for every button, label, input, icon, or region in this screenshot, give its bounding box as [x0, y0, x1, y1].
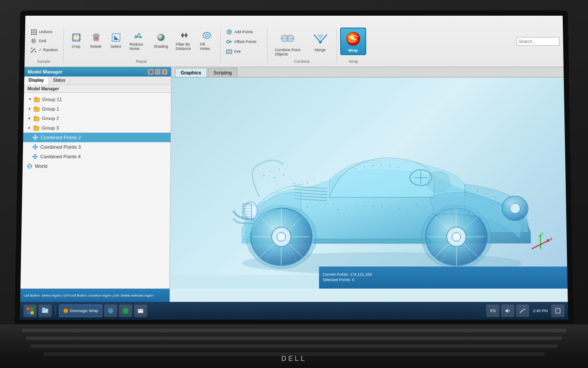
- panel-pin-btn[interactable]: ⊟: [148, 69, 154, 75]
- crop-button[interactable]: Crop: [67, 27, 85, 52]
- wrap-section-label: Wrap: [338, 59, 369, 64]
- taskbar-icon-1[interactable]: [104, 304, 117, 317]
- svg-point-12: [35, 51, 36, 52]
- tree-item-combined3[interactable]: Combined Points 3: [23, 142, 171, 152]
- expand-arrow-group2[interactable]: [27, 116, 32, 121]
- svg-point-152: [294, 210, 295, 211]
- random-label: ✓ Random: [38, 48, 57, 52]
- tree-item-group3[interactable]: Group 3: [23, 123, 170, 133]
- svg-point-68: [34, 154, 36, 156]
- svg-rect-171: [27, 307, 30, 310]
- filter-distance-button[interactable]: Filter By Distance: [173, 27, 196, 52]
- svg-point-132: [338, 209, 339, 210]
- tab-status[interactable]: Status: [49, 77, 70, 85]
- tree-item-world[interactable]: World: [23, 161, 170, 171]
- random-button[interactable]: ✓ Random: [28, 46, 60, 55]
- tree-view[interactable]: Group 11 Group 1: [20, 93, 171, 289]
- left-panel: Model Manager ⊟ □ × Display Status Model…: [20, 67, 172, 289]
- tree-item-combined2[interactable]: Combined Points 2: [23, 133, 171, 142]
- tree-item-group11[interactable]: Group 11: [24, 95, 171, 104]
- crop-icon: [70, 31, 82, 43]
- scripting-tab[interactable]: Scripting: [208, 68, 237, 77]
- screen-bezel: File Edit View Point Polygons Surface To…: [14, 10, 573, 324]
- taskbar-lang[interactable]: EN: [487, 304, 500, 317]
- svg-point-60: [34, 138, 36, 140]
- combined3-icon: [32, 143, 39, 150]
- svg-point-138: [390, 207, 391, 208]
- merge-button[interactable]: Merge: [308, 27, 333, 54]
- fit-button[interactable]: Fit▾: [224, 48, 264, 56]
- svg-point-116: [274, 177, 275, 178]
- add-points-label: Add Points: [234, 30, 253, 34]
- tree-item-group2[interactable]: Group 2: [24, 114, 171, 123]
- axis-indicator: Y Z: [527, 227, 554, 253]
- delete-button[interactable]: Delete: [87, 27, 105, 52]
- svg-point-136: [372, 206, 373, 207]
- taskbar: Geomagic Wrap EN: [20, 302, 568, 320]
- svg-point-61: [35, 137, 36, 138]
- graphics-tab[interactable]: Graphics: [175, 68, 207, 77]
- svg-point-155: [316, 206, 317, 207]
- svg-text:Y: Y: [541, 232, 544, 235]
- show-desktop-button[interactable]: [551, 304, 564, 317]
- selected-points-label: Selected Points: 0: [322, 278, 354, 282]
- combine-points-button[interactable]: Combine PointObjects: [271, 27, 304, 58]
- viewport[interactable]: Y Z: [170, 77, 568, 275]
- taskbar-network[interactable]: [516, 304, 530, 317]
- svg-point-58: [34, 135, 36, 136]
- combined4-label: Combined Points 4: [40, 154, 81, 159]
- left-panel-status: Left Button: Select region | Ctrl+Left B…: [20, 289, 169, 302]
- svg-point-124: [314, 179, 314, 180]
- taskbar-sound[interactable]: [501, 304, 515, 317]
- taskbar-app-wrap[interactable]: Geomagic Wrap: [59, 304, 102, 317]
- expand-arrow-group3[interactable]: [27, 125, 32, 130]
- panel-float-btn[interactable]: □: [155, 69, 161, 75]
- svg-rect-7: [33, 34, 34, 35]
- wrap-button[interactable]: Wrap: [340, 27, 366, 55]
- svg-point-46: [319, 41, 321, 44]
- uniform-button[interactable]: Uniform: [28, 27, 60, 36]
- taskbar-icon-3[interactable]: [134, 304, 147, 317]
- tab-display[interactable]: Display: [24, 77, 49, 85]
- expand-arrow-group11[interactable]: [27, 97, 33, 102]
- search-area: [517, 37, 560, 46]
- search-input[interactable]: [517, 37, 560, 46]
- svg-point-14: [30, 51, 32, 53]
- taskbar-icon-2[interactable]: [119, 304, 132, 317]
- sample-section: Uniform Grid: [26, 27, 61, 65]
- grid-button[interactable]: Grid: [28, 37, 60, 45]
- taskbar-sep-1: [55, 307, 56, 315]
- tree-item-combined4[interactable]: Combined Points 4: [23, 152, 170, 161]
- svg-point-63: [34, 144, 36, 146]
- svg-text:▼: ▼: [205, 34, 209, 37]
- tree-item-group1[interactable]: Group 1: [24, 104, 171, 114]
- reduce-noise-button[interactable]: Reduce Noise: [126, 27, 149, 52]
- fit-icon: [226, 48, 233, 55]
- panel-close-btn[interactable]: ×: [162, 69, 168, 75]
- start-button[interactable]: [24, 304, 37, 317]
- svg-point-25: [158, 34, 165, 41]
- fill-holes-button[interactable]: ▼ Fill Holes: [197, 27, 216, 52]
- svg-rect-2: [35, 29, 37, 31]
- svg-point-123: [307, 182, 308, 183]
- explorer-button[interactable]: [38, 304, 52, 317]
- select-button[interactable]: Select: [107, 27, 125, 52]
- svg-point-71: [34, 156, 36, 157]
- group2-label: Group 2: [42, 116, 59, 121]
- expand-arrow-group1[interactable]: [27, 106, 32, 112]
- svg-point-57: [33, 136, 34, 138]
- shading-button[interactable]: Shading: [151, 27, 171, 52]
- svg-point-66: [34, 147, 36, 148]
- svg-point-100: [452, 232, 461, 241]
- svg-point-131: [399, 167, 399, 167]
- svg-point-119: [268, 182, 269, 183]
- reduce-noise-icon: [132, 29, 144, 41]
- offset-points-button[interactable]: Offset Points: [224, 37, 264, 46]
- group11-icon: [34, 96, 41, 103]
- combine-label: Combine: [269, 59, 335, 64]
- svg-point-115: [270, 170, 271, 171]
- add-points-button[interactable]: Add Points: [224, 27, 264, 36]
- status-current-points: Current Points: 174,121,329: [322, 272, 564, 276]
- svg-rect-56: [34, 126, 37, 127]
- combine-section: Combine PointObjects: [269, 27, 335, 65]
